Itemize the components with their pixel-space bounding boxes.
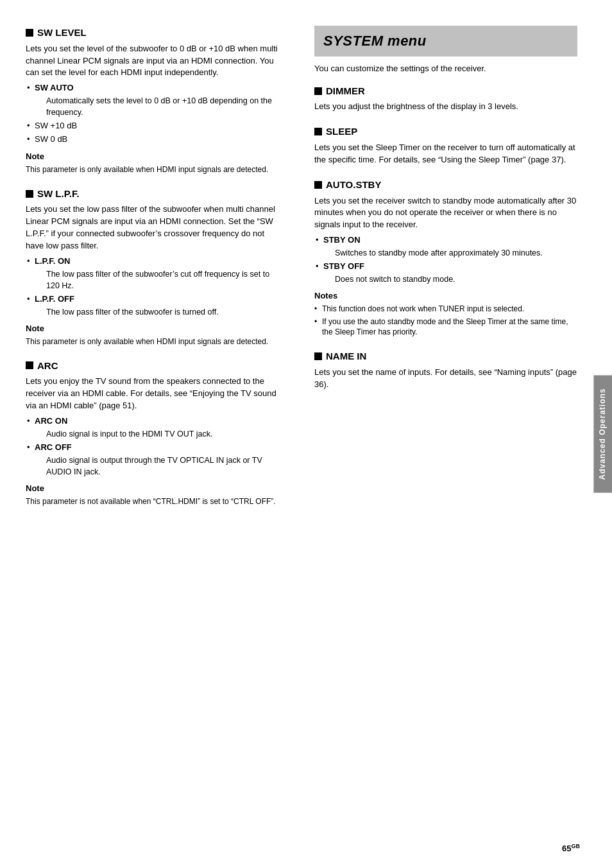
- notes-list: This function does not work when TUNER i…: [314, 304, 577, 338]
- note-text: This parameter is only available when HD…: [26, 336, 282, 347]
- note-text: This parameter is only available when HD…: [26, 164, 282, 175]
- title-square-icon: [26, 29, 33, 37]
- auto-stby-body: Lets you set the receiver switch to stan…: [314, 195, 577, 232]
- list-item: SW +10 dB: [26, 120, 282, 132]
- arc-body: Lets you enjoy the TV sound from the spe…: [26, 376, 282, 412]
- system-menu-header: SYSTEM menu: [314, 26, 577, 56]
- page-number: 65GB: [562, 842, 580, 855]
- sub-text: Automatically sets the level to 0 dB or …: [35, 95, 282, 118]
- auto-stby-list: STBY ON Switches to standby mode after a…: [314, 234, 577, 285]
- dimmer-body: Lets you adjust the brightness of the di…: [314, 101, 577, 113]
- sw-lpf-body: Lets you set the low pass filter of the …: [26, 204, 282, 252]
- list-item: ARC OFF Audio signal is output through t…: [26, 442, 282, 478]
- list-item: STBY OFF Does not switch to standby mode…: [314, 261, 577, 285]
- system-menu-title: SYSTEM menu: [323, 31, 568, 51]
- sleep-body: Lets you set the Sleep Timer on the rece…: [314, 142, 577, 166]
- note-title: Note: [26, 151, 282, 163]
- notes-title: Notes: [314, 290, 577, 302]
- sleep-title: SLEEP: [314, 125, 577, 139]
- section-arc: ARC Lets you enjoy the TV sound from the…: [26, 359, 282, 507]
- arc-list: ARC ON Audio signal is input to the HDMI…: [26, 415, 282, 478]
- sub-text: The low pass filter of the subwoofer is …: [35, 306, 282, 318]
- sub-text: The low pass filter of the subwoofer’s c…: [35, 268, 282, 291]
- list-item: SW 0 dB: [26, 134, 282, 146]
- note-text: This parameter is not available when “CT…: [26, 496, 282, 507]
- notes-list-item: If you use the auto standby mode and the…: [314, 317, 577, 338]
- list-item: STBY ON Switches to standby mode after a…: [314, 234, 577, 259]
- system-menu-intro: You can customize the settings of the re…: [314, 63, 577, 75]
- sub-text: Switches to standby mode after approxima…: [323, 247, 577, 259]
- arc-title: ARC: [26, 359, 282, 373]
- name-in-body: Lets you set the name of inputs. For det…: [314, 367, 577, 391]
- sw-level-list: SW AUTO Automatically sets the level to …: [26, 82, 282, 146]
- sw-lpf-title: SW L.P.F.: [26, 187, 282, 201]
- section-sleep: SLEEP Lets you set the Sleep Timer on th…: [314, 125, 577, 166]
- section-auto-stby: AUTO.STBY Lets you set the receiver swit…: [314, 178, 577, 338]
- section-name-in: NAME IN Lets you set the name of inputs.…: [314, 349, 577, 390]
- note-title: Note: [26, 483, 282, 495]
- page: SW LEVEL Lets you set the level of the s…: [0, 0, 612, 868]
- dimmer-title: DIMMER: [314, 84, 577, 98]
- note-title: Note: [26, 323, 282, 335]
- sub-text: Audio signal is input to the HDMI TV OUT…: [35, 428, 282, 440]
- auto-stby-title: AUTO.STBY: [314, 178, 577, 192]
- name-in-title: NAME IN: [314, 349, 577, 363]
- title-square-icon: [314, 352, 322, 360]
- title-square-icon: [314, 128, 322, 135]
- section-dimmer: DIMMER Lets you adjust the brightness of…: [314, 84, 577, 114]
- section-sw-level: SW LEVEL Lets you set the level of the s…: [26, 26, 282, 175]
- list-item: L.P.F. ON The low pass filter of the sub…: [26, 256, 282, 291]
- title-square-icon: [26, 190, 33, 198]
- title-square-icon: [314, 181, 322, 189]
- notes-list-item: This function does not work when TUNER i…: [314, 304, 577, 315]
- sub-text: Does not switch to standby mode.: [323, 273, 577, 285]
- side-tab: Advanced Operations: [593, 375, 612, 492]
- list-item: SW AUTO Automatically sets the level to …: [26, 82, 282, 118]
- title-square-icon: [26, 361, 33, 369]
- right-column: SYSTEM menu You can customize the settin…: [295, 19, 590, 849]
- sw-level-body: Lets you set the level of the subwoofer …: [26, 43, 282, 80]
- list-item: L.P.F. OFF The low pass filter of the su…: [26, 293, 282, 318]
- sw-level-title: SW LEVEL: [26, 26, 282, 40]
- title-square-icon: [314, 87, 322, 95]
- list-item: ARC ON Audio signal is input to the HDMI…: [26, 415, 282, 440]
- sub-text: Audio signal is output through the TV OP…: [35, 455, 282, 478]
- left-column: SW LEVEL Lets you set the level of the s…: [0, 19, 295, 849]
- sw-lpf-list: L.P.F. ON The low pass filter of the sub…: [26, 256, 282, 318]
- section-sw-lpf: SW L.P.F. Lets you set the low pass filt…: [26, 187, 282, 347]
